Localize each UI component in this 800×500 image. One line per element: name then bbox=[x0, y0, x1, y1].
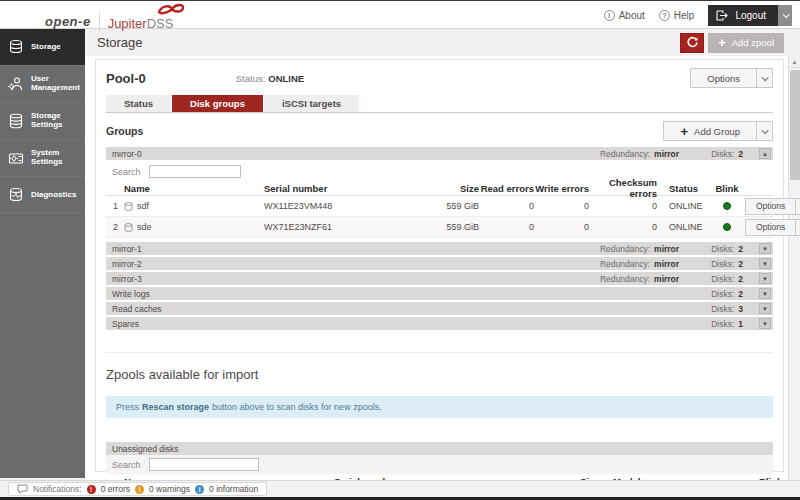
scroll-up-arrow[interactable]: ▲ bbox=[789, 56, 800, 68]
notifications-pill[interactable]: Notifications: ! 0 errors ! 0 warnings i… bbox=[8, 482, 267, 496]
sidebar-nav: Storage User Management Storage Settings… bbox=[0, 29, 85, 478]
zpools-import-heading: Zpools available for import bbox=[106, 367, 773, 382]
diagnostics-disks-icon bbox=[7, 186, 25, 204]
group-name: mirror-0 bbox=[112, 149, 142, 159]
brand-logo: open-e JupiterDSS bbox=[45, 5, 173, 32]
rescan-info-message: Press Rescan storage button above to sca… bbox=[106, 396, 773, 418]
pool-name: Pool-0 bbox=[106, 71, 146, 86]
pool-panel: Pool-0 Status:ONLINE Options Status Disk… bbox=[95, 59, 784, 472]
main-content: Storage + Add zpool ▲ Pool-0 Status:ONLI… bbox=[85, 29, 800, 480]
pool-status-value: ONLINE bbox=[268, 73, 304, 84]
group-search-input[interactable] bbox=[149, 165, 241, 178]
sidebar-item-diagnostics[interactable]: Diagnostics bbox=[0, 177, 85, 214]
logout-icon bbox=[716, 10, 728, 21]
sidebar-item-storage-settings[interactable]: Storage Settings bbox=[0, 103, 85, 140]
speech-bubble-icon bbox=[17, 484, 28, 494]
logout-dropdown[interactable] bbox=[778, 5, 792, 26]
disk-options-button[interactable]: Options bbox=[745, 198, 796, 215]
sidebar-item-storage[interactable]: Storage bbox=[0, 29, 85, 66]
sidebar-item-user-management[interactable]: User Management bbox=[0, 66, 85, 103]
errors-count: 0 errors bbox=[101, 484, 130, 494]
groups-heading: Groups bbox=[106, 125, 143, 137]
disk-status: ONLINE bbox=[657, 222, 709, 232]
about-link[interactable]: i About bbox=[604, 10, 645, 21]
group-bar-mirror-0[interactable]: mirror-0 Redundancy: mirror Disks: 2 ▲ bbox=[106, 147, 773, 160]
search-label: Search bbox=[112, 460, 141, 470]
information-count: 0 information bbox=[209, 484, 258, 494]
plus-icon: + bbox=[680, 125, 688, 138]
search-label: Search bbox=[112, 167, 141, 177]
tab-iscsi-targets[interactable]: iSCSI targets bbox=[264, 95, 359, 112]
expand-icon[interactable]: ▼ bbox=[759, 273, 771, 284]
unassigned-search-input[interactable] bbox=[149, 458, 259, 471]
status-bar: Notifications: ! 0 errors ! 0 warnings i… bbox=[0, 480, 800, 497]
content-header: Storage + Add zpool bbox=[85, 29, 800, 56]
logout-button[interactable]: Logout bbox=[708, 5, 792, 26]
expand-icon[interactable]: ▼ bbox=[759, 258, 771, 269]
scrollbar-thumb[interactable] bbox=[790, 70, 800, 180]
top-header: open-e JupiterDSS i About ? Help Logout bbox=[0, 1, 800, 29]
gear-box-icon bbox=[7, 149, 25, 167]
storage-disks-icon bbox=[7, 38, 25, 56]
group-bar-mirror-2[interactable]: mirror-2 Redundancy: mirror Disks: 2 ▼ bbox=[106, 257, 773, 270]
about-icon: i bbox=[604, 10, 615, 21]
expand-icon[interactable]: ▼ bbox=[759, 303, 771, 314]
info-badge-icon: i bbox=[195, 485, 204, 494]
jupiterdss-logo: JupiterDSS bbox=[108, 5, 174, 32]
expand-icon[interactable]: ▼ bbox=[759, 318, 771, 329]
pool-options-dropdown[interactable] bbox=[757, 68, 773, 88]
group-bar-read-caches[interactable]: Read caches Disks: 3 ▼ bbox=[106, 302, 773, 315]
add-group-dropdown[interactable] bbox=[757, 121, 773, 141]
sidebar-item-system-settings[interactable]: System Settings bbox=[0, 140, 85, 177]
expand-icon[interactable]: ▼ bbox=[759, 288, 771, 299]
logo-divider bbox=[99, 12, 100, 32]
disk-row-sde: 2 sde WX71E23NZF61 559 GiB 0 0 0 ONLINE … bbox=[106, 217, 773, 238]
tab-disk-groups[interactable]: Disk groups bbox=[172, 95, 263, 112]
database-icon bbox=[7, 112, 25, 130]
disk-options-dropdown[interactable] bbox=[796, 219, 800, 236]
tab-status[interactable]: Status bbox=[106, 95, 171, 112]
pool-status: Status:ONLINE bbox=[236, 73, 304, 84]
disk-table: Name Serial number Size Read errors Writ… bbox=[106, 181, 773, 238]
plus-icon: + bbox=[718, 36, 726, 49]
error-badge-icon: ! bbox=[87, 485, 96, 494]
collapse-icon[interactable]: ▲ bbox=[759, 148, 771, 159]
refresh-icon bbox=[686, 36, 699, 49]
pool-options-button[interactable]: Options bbox=[690, 68, 757, 88]
vertical-scrollbar[interactable]: ▲ bbox=[788, 56, 800, 480]
warnings-count: 0 warnings bbox=[149, 484, 190, 494]
blink-indicator bbox=[723, 223, 731, 231]
blink-indicator bbox=[723, 202, 731, 210]
group-bar-spares[interactable]: Spares Disks: 1 ▼ bbox=[106, 317, 773, 330]
group-bar-write-logs[interactable]: Write logs Disks: 2 ▼ bbox=[106, 287, 773, 300]
disk-table-header: Name Serial number Size Read errors Writ… bbox=[106, 181, 773, 196]
unassigned-disks-bar: Unassigned disks bbox=[106, 442, 773, 455]
open-e-logo: open-e bbox=[45, 14, 91, 32]
add-zpool-button[interactable]: + Add zpool bbox=[708, 33, 784, 53]
disk-options-dropdown[interactable] bbox=[796, 198, 800, 215]
group-bar-mirror-1[interactable]: mirror-1 Redundancy: mirror Disks: 2 ▼ bbox=[106, 242, 773, 255]
help-link[interactable]: ? Help bbox=[659, 10, 695, 21]
page-title: Storage bbox=[97, 35, 143, 50]
disk-icon bbox=[124, 223, 133, 232]
disk-row-sdf: 1 sdf WX11E23VM448 559 GiB 0 0 0 ONLINE … bbox=[106, 196, 773, 217]
rescan-storage-button[interactable] bbox=[680, 33, 704, 53]
infinity-swoosh-icon bbox=[156, 3, 186, 16]
help-icon: ? bbox=[659, 10, 670, 21]
expand-icon[interactable]: ▼ bbox=[759, 243, 771, 254]
add-group-button[interactable]: +Add Group bbox=[663, 121, 757, 141]
pool-tabs: Status Disk groups iSCSI targets bbox=[106, 95, 773, 113]
user-gear-icon bbox=[7, 75, 25, 93]
disk-options-button[interactable]: Options bbox=[745, 219, 796, 236]
disk-status: ONLINE bbox=[657, 201, 709, 211]
disk-icon bbox=[124, 202, 133, 211]
group-bar-mirror-3[interactable]: mirror-3 Redundancy: mirror Disks: 2 ▼ bbox=[106, 272, 773, 285]
warning-badge-icon: ! bbox=[135, 485, 144, 494]
